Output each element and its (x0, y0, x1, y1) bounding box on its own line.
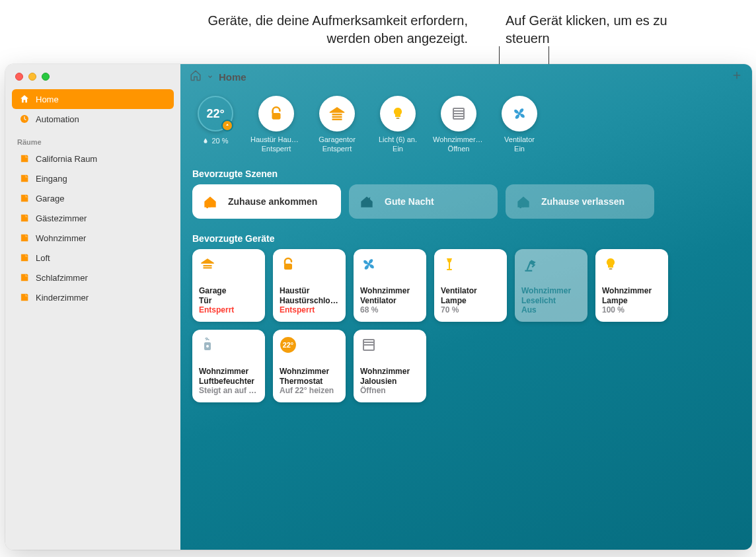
device-tile-5[interactable]: WohnzimmerLampe100 % (595, 249, 668, 322)
room-icon (19, 252, 30, 264)
svg-rect-11 (204, 267, 212, 268)
device-tile-3[interactable]: VentilatorLampe70 % (434, 249, 507, 322)
sidebar-room-7[interactable]: Kinderzimmer (12, 287, 174, 307)
scene-label: Gute Nacht (385, 196, 434, 207)
climate-humidity: 20 % (202, 137, 228, 145)
svg-rect-16 (609, 268, 613, 270)
fan-icon (502, 96, 537, 131)
svg-rect-3 (332, 116, 342, 118)
sidebar-item-home[interactable]: Home (12, 89, 174, 109)
room-icon (19, 153, 30, 165)
sidebar-item-label: California Raum (36, 154, 97, 164)
room-icon (19, 232, 30, 244)
status-label: Wohnzimmer Ja...Öffnen (433, 135, 484, 154)
devices-header: Bevorzugte Geräte (180, 219, 752, 249)
garage-icon (199, 256, 216, 273)
device-tile-7[interactable]: 22°WohnzimmerThermostatAuf 22° heizen (273, 330, 346, 402)
device-text: WohnzimmerLuftbefeuchterSteigt an auf 34… (199, 367, 258, 395)
sidebar-item-label: Kinderzimmer (36, 293, 89, 303)
sidebar-room-1[interactable]: Eingang (12, 168, 174, 188)
callout-control: Auf Gerät klicken, um es zu steuern (506, 12, 677, 48)
status-row: 22° 20 % Haustür Haustür...EntsperrtGara… (180, 89, 752, 154)
bulb-icon (380, 96, 416, 131)
status-item-3[interactable]: Wohnzimmer Ja...Öffnen (435, 96, 482, 154)
scene-0[interactable]: Zuhause ankommen (192, 184, 341, 219)
sidebar-room-2[interactable]: Garage (12, 188, 174, 208)
floorlamp-icon (441, 256, 458, 273)
svg-rect-14 (449, 262, 450, 269)
device-tile-6[interactable]: WohnzimmerLuftbefeuchterSteigt an auf 34… (192, 330, 265, 402)
device-text: WohnzimmerLampe100 % (602, 286, 662, 315)
sidebar: Home Automation Räume California RaumEin… (5, 64, 180, 550)
device-text: HaustürHaustürschlossEntsperrt (280, 286, 339, 315)
sidebar-item-label: Automation (36, 114, 79, 124)
zoom-window[interactable] (42, 73, 50, 81)
minimize-window[interactable] (28, 73, 36, 81)
chevron-down-icon[interactable] (207, 71, 213, 83)
sidebar-room-4[interactable]: Wohnzimmer (12, 228, 174, 248)
heat-badge-icon (221, 120, 233, 131)
devices-grid: GarageTürEntsperrtHaustürHaustürschlossE… (180, 249, 752, 402)
home-nav-icon[interactable] (190, 69, 202, 84)
scene-2[interactable]: Zuhause verlassen (506, 184, 654, 219)
callout-attention: Geräte, die deine Aufmerksamkeit erforde… (190, 12, 468, 48)
scene-label: Zuhause ankommen (228, 196, 317, 207)
status-item-0[interactable]: Haustür Haustür...Entsperrt (253, 96, 299, 154)
lock-icon (258, 96, 294, 131)
scenes-list: Zuhause ankommenGute NachtZuhause verlas… (180, 184, 752, 219)
svg-rect-12 (284, 264, 292, 270)
lock-icon (280, 256, 297, 273)
svg-text:22°: 22° (283, 341, 293, 349)
scene-icon (513, 192, 533, 211)
fan-icon (360, 256, 377, 273)
svg-rect-4 (332, 119, 342, 121)
room-icon (19, 172, 30, 184)
add-button[interactable] (731, 69, 743, 84)
device-tile-4[interactable]: WohnzimmerLeselichtAus (515, 249, 587, 322)
sidebar-item-label: Garage (36, 194, 64, 204)
topbar: Home (180, 64, 752, 89)
sidebar-room-3[interactable]: Gästezimmer (12, 208, 174, 228)
device-tile-2[interactable]: WohnzimmerVentilator68 % (354, 249, 426, 322)
sidebar-item-label: Eingang (36, 174, 67, 184)
sidebar-rooms-header: Räume (5, 129, 180, 149)
thermostat-icon: 22° (280, 336, 297, 353)
close-window[interactable] (15, 73, 23, 81)
desklamp-icon (521, 256, 539, 273)
garage-icon (319, 96, 355, 131)
sidebar-item-label: Home (36, 94, 59, 104)
status-item-2[interactable]: Licht (6) an.Ein (375, 96, 421, 154)
status-climate[interactable]: 22° 20 % (192, 96, 239, 145)
room-icon (19, 212, 30, 224)
device-tile-1[interactable]: HaustürHaustürschlossEntsperrt (273, 249, 346, 322)
bulb-icon (602, 256, 619, 273)
sidebar-room-5[interactable]: Loft (12, 248, 174, 268)
main-content: Home 22° 20 % Haustür Haustür... (180, 64, 752, 550)
humidifier-icon (199, 336, 216, 353)
room-icon (19, 272, 30, 283)
device-text: WohnzimmerVentilator68 % (360, 286, 420, 315)
status-item-1[interactable]: GaragentorEntsperrt (314, 96, 360, 154)
status-item-4[interactable]: VentilatorEin (496, 96, 543, 154)
scene-1[interactable]: Gute Nacht (349, 184, 498, 219)
scenes-header: Bevorzugte Szenen (180, 154, 752, 184)
app-window: Home Automation Räume California RaumEin… (5, 64, 752, 550)
device-text: VentilatorLampe70 % (441, 286, 500, 315)
status-label: VentilatorEin (504, 135, 535, 154)
status-label: Licht (6) an.Ein (379, 135, 417, 154)
climate-temp: 22° (206, 107, 224, 121)
blinds-icon (441, 96, 476, 131)
device-text: GarageTürEntsperrt (199, 286, 258, 315)
device-text: WohnzimmerLeselichtAus (521, 286, 581, 315)
device-tile-0[interactable]: GarageTürEntsperrt (192, 249, 265, 322)
window-controls (5, 64, 180, 89)
svg-rect-5 (397, 118, 400, 119)
device-tile-8[interactable]: WohnzimmerJalousienÖffnen (354, 330, 426, 402)
sidebar-item-automation[interactable]: Automation (12, 109, 174, 129)
sidebar-room-6[interactable]: Schlafzimmer (12, 268, 174, 287)
sidebar-room-0[interactable]: California Raum (12, 149, 174, 168)
sidebar-item-label: Schlafzimmer (36, 273, 88, 283)
sidebar-item-label: Gästezimmer (36, 213, 87, 223)
blinds-icon (360, 336, 377, 353)
svg-point-18 (206, 345, 209, 348)
